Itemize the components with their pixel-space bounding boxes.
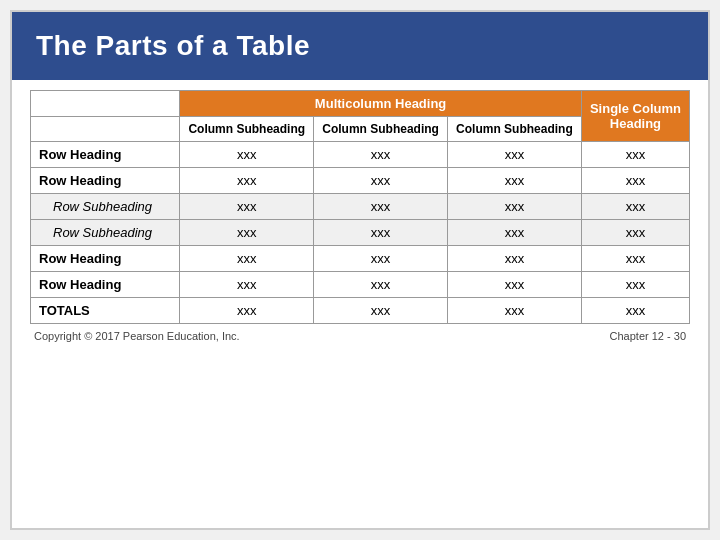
table-row: Row Subheadingxxxxxxxxxxxx <box>31 194 690 220</box>
slide-content: Multicolumn Heading Single Column Headin… <box>12 80 708 528</box>
table-row: Row Subheadingxxxxxxxxxxxx <box>31 220 690 246</box>
table-row: Row Headingxxxxxxxxxxxx <box>31 168 690 194</box>
single-col-heading: Single Column Heading <box>581 91 689 142</box>
main-table: Multicolumn Heading Single Column Headin… <box>30 90 690 324</box>
col3-subheading: Column Subheading <box>448 117 582 142</box>
copyright-text: Copyright © 2017 Pearson Education, Inc. <box>34 330 240 342</box>
slide: The Parts of a Table Multicolumn Heading… <box>10 10 710 530</box>
col1-subheading: Column Subheading <box>180 117 314 142</box>
empty-corner-2 <box>31 117 180 142</box>
slide-footer: Copyright © 2017 Pearson Education, Inc.… <box>30 328 690 344</box>
empty-corner <box>31 91 180 117</box>
table-row: Row Headingxxxxxxxxxxxx <box>31 246 690 272</box>
header-row-1: Multicolumn Heading Single Column Headin… <box>31 91 690 117</box>
slide-title: The Parts of a Table <box>12 12 708 80</box>
title-text: The Parts of a Table <box>36 30 310 61</box>
table-row: Row Headingxxxxxxxxxxxx <box>31 142 690 168</box>
col2-subheading: Column Subheading <box>314 117 448 142</box>
table-row: Row Headingxxxxxxxxxxxx <box>31 272 690 298</box>
chapter-text: Chapter 12 - 30 <box>610 330 686 342</box>
multicolumn-heading: Multicolumn Heading <box>180 91 582 117</box>
table-row: TOTALSxxxxxxxxxxxx <box>31 298 690 324</box>
